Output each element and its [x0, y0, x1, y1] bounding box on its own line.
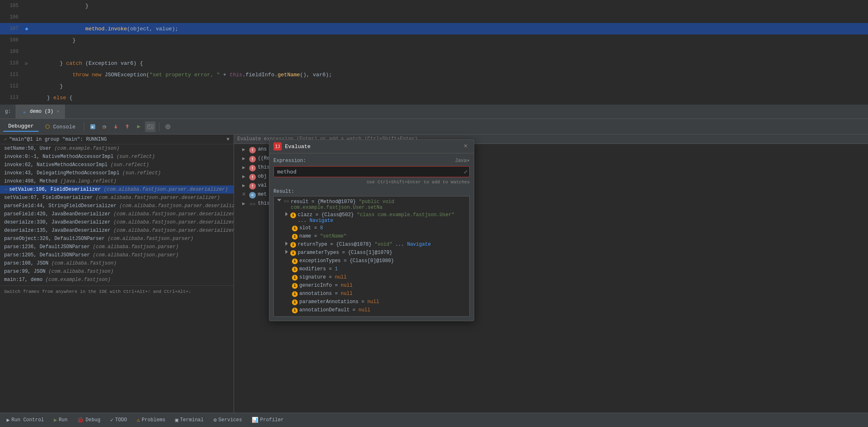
result-generic-info[interactable]: i genericInfo = null — [276, 282, 468, 290]
run-btn[interactable]: ▶ Run — [51, 416, 71, 425]
line-number-105: 105 — [0, 3, 23, 9]
frame-2[interactable]: invoke:62, NativeMethodAccessorImpl (sun… — [0, 161, 234, 169]
show-execution-point-btn[interactable]: ▶ — [87, 121, 98, 132]
result-clazz[interactable]: i clazz = {Class@502} "class com.example… — [276, 211, 468, 224]
frame-9[interactable]: deserialze:330, JavaBeanDeserializer (co… — [0, 218, 234, 226]
console-tab[interactable]: ⬡ Console — [40, 122, 80, 132]
frame-11-content: parseObject:326, DefaultJSONParser (com.… — [4, 236, 193, 242]
result-annotations[interactable]: i annotations = null — [276, 290, 468, 298]
code-line-112: 112 } — [0, 80, 868, 92]
line-number-108: 108 — [0, 37, 23, 43]
run-control-btn[interactable]: ▶ Run Control — [3, 416, 47, 425]
todo-btn[interactable]: ✓ TODO — [107, 416, 131, 425]
services-btn[interactable]: ⚙ Services — [210, 416, 245, 425]
step-over-btn[interactable] — [99, 121, 110, 132]
code-line-107: 107 ◆ method.invoke(object, value); — [0, 23, 868, 34]
var-this2-label: this — [258, 201, 270, 206]
code-content-105: } — [31, 3, 89, 9]
result-annotation-default[interactable]: i annotationDefault = null — [276, 306, 468, 315]
settings-btn[interactable] — [163, 121, 173, 132]
expression-label-row: Expression: Java▾ — [273, 158, 470, 164]
run-label: Run — [59, 417, 68, 423]
services-icon: ⚙ — [214, 417, 217, 423]
result-signature-icon: i — [292, 275, 298, 281]
result-modifiers[interactable]: i modifiers = 1 — [276, 265, 468, 274]
evaluate-dialog: IJ Evaluate × Expression: Java▾ ⤢ Use Ct… — [269, 139, 474, 321]
frame-5-arrow: → — [4, 187, 7, 192]
frame-13[interactable]: parse:1205, DefaultJSONParser (com.aliba… — [0, 251, 234, 259]
debug-label: Debug — [85, 417, 100, 423]
debug-btn[interactable]: 🐞 Debug — [74, 416, 103, 425]
frame-11[interactable]: parseObject:326, DefaultJSONParser (com.… — [0, 235, 234, 243]
gutter-110: ▷ — [23, 61, 31, 66]
var-val-label: val — [258, 183, 267, 188]
frame-12[interactable]: parse:1236, DefaultJSONParser (com.aliba… — [0, 243, 234, 251]
profiler-btn[interactable]: 📊 Profiler — [248, 416, 287, 425]
frame-15[interactable]: parse:99, JSON (com.alibaba.fastjson) — [0, 267, 234, 276]
result-param-annotations-icon: i — [292, 299, 298, 305]
dialog-close-btn[interactable]: × — [462, 142, 470, 151]
tab-demo[interactable]: ☕ demo (3) × — [16, 105, 64, 119]
result-exception-types-label: exceptionTypes = {Class[0]@1080} — [299, 258, 394, 264]
frame-5[interactable]: → setValue:106, FieldDeserializer (com.a… — [0, 185, 234, 194]
var-ans-expand: ▶ — [242, 146, 247, 153]
step-out-btn[interactable] — [122, 121, 133, 132]
frame-3[interactable]: invoke:43, DelegatingMethodAccessorImpl … — [0, 169, 234, 177]
filter-icon[interactable]: ▼ — [227, 137, 230, 142]
debug-icon: 🐞 — [77, 417, 84, 423]
input-expand-btn[interactable]: ⤢ — [464, 169, 468, 175]
run-to-cursor-btn[interactable] — [133, 121, 144, 132]
thread-label: "main"@1 in group "main": RUNNING — [9, 137, 107, 142]
svg-text:▶: ▶ — [92, 125, 94, 129]
result-signature[interactable]: i signature = null — [276, 274, 468, 282]
services-label: Services — [218, 417, 242, 423]
result-label: Result: — [273, 189, 470, 194]
frame-1[interactable]: invoke:0:-1, NativeMethodAccessorImpl (s… — [0, 153, 234, 161]
var-val-expand: ▶ — [242, 183, 247, 189]
frame-8[interactable]: parseField:420, JavaBeanDeserializer (co… — [0, 210, 234, 218]
dialog-header: IJ Evaluate × — [269, 140, 474, 153]
expression-input[interactable] — [273, 166, 470, 177]
result-root[interactable]: ○○ result = {Method@1070} "public void c… — [276, 198, 468, 211]
result-root-oo-icon: ○○ — [284, 199, 289, 204]
result-root-expand-icon — [277, 199, 281, 201]
frame-14[interactable]: parse:108, JSON (com.alibaba.fastjson) — [0, 259, 234, 267]
problems-btn[interactable]: ⚠ Problems — [133, 416, 168, 425]
result-annotations-label: annotations = null — [299, 291, 353, 297]
frame-1-content: invoke:0:-1, NativeMethodAccessorImpl (s… — [4, 154, 155, 160]
result-clazz-label: clazz = {Class@502} "class com.example.f… — [298, 212, 466, 224]
debugger-tab[interactable]: Debugger — [3, 121, 39, 132]
watches-hint: Use Ctrl+Shift+Enter to add to Watches — [273, 180, 470, 185]
tab-bar: g: ☕ demo (3) × — [0, 105, 868, 119]
frame-10-content: deserialze:135, JavaBeanDeserializer (co… — [4, 228, 234, 233]
frame-6[interactable]: setValue:67, FieldDeserializer (com.alib… — [0, 194, 234, 202]
tab-demo-close[interactable]: × — [57, 109, 60, 114]
result-return-type[interactable]: i returnType = {Class@1078} "void" ... N… — [276, 241, 468, 249]
step-into-btn[interactable] — [110, 121, 121, 132]
result-param-types[interactable]: i parameterTypes = {Class[1]@1079} — [276, 249, 468, 257]
code-content-111: throw new JSONException("set property er… — [31, 72, 332, 78]
frame-16[interactable]: main:17, demo (com.example.fastjson) — [0, 276, 234, 284]
evaluate-expression-btn[interactable]: fx — [145, 121, 156, 132]
tab-prefix: g: — [5, 109, 11, 114]
result-slot[interactable]: i slot = 8 — [276, 224, 468, 233]
frame-0[interactable]: setName:50, User (com.example.fastjson) — [0, 144, 234, 153]
var-val-icon: ! — [249, 183, 256, 190]
result-exception-types[interactable]: i exceptionTypes = {Class[0]@1080} — [276, 257, 468, 265]
toolbar: Debugger ⬡ Console ▶ fx — [0, 119, 868, 135]
frame-10[interactable]: deserialze:135, JavaBeanDeserializer (co… — [0, 226, 234, 235]
tab-item-g: g: — [0, 105, 16, 119]
terminal-btn[interactable]: ▣ Terminal — [172, 416, 207, 425]
result-modifiers-icon: i — [292, 267, 298, 272]
frame-4[interactable]: invoke:498, Method (java.lang.reflect) — [0, 177, 234, 185]
result-param-annotations[interactable]: i parameterAnnotations = null — [276, 298, 468, 306]
status-bar: ▶ Run Control ▶ Run 🐞 Debug ✓ TODO ⚠ Pro… — [0, 413, 868, 427]
result-root-label: result = {Method@1070} "public void com.… — [291, 199, 466, 210]
toolbar-section-1: ▶ fx — [87, 121, 156, 132]
expression-lang-selector[interactable]: Java▾ — [455, 158, 470, 164]
frame-7[interactable]: parseField:44, StringFieldDeserializer (… — [0, 202, 234, 210]
var-re-icon: ! — [249, 156, 256, 162]
code-content-112: } — [31, 83, 63, 89]
frame-9-content: deserialze:330, JavaBeanDeserializer (co… — [4, 219, 234, 225]
result-name[interactable]: i name = "setName" — [276, 233, 468, 241]
